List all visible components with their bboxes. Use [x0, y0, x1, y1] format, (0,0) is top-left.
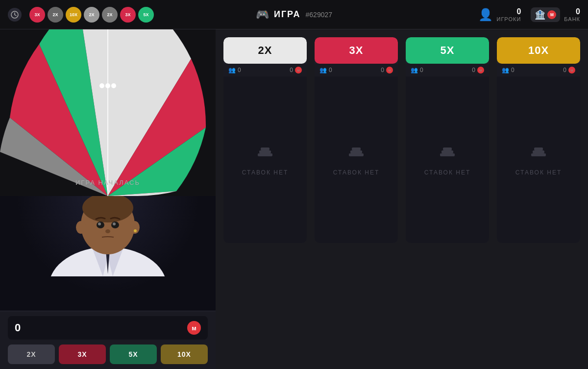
history-item: 3X: [29, 7, 45, 23]
amount-10x: 0 м: [563, 67, 575, 74]
bet-section: 0 м 2X 3X 5X 10X: [0, 311, 216, 369]
players-2x: 👥 0: [228, 67, 241, 74]
game-id: #629027: [306, 11, 333, 19]
players-3x: 👥 0: [319, 67, 332, 74]
players-info: 0 ИГРОКИ: [497, 7, 521, 22]
header-left: 3X 2X 10X 2X 2X 3X 5X: [8, 7, 158, 23]
svg-rect-23: [258, 153, 272, 156]
clock-icon[interactable]: [8, 8, 22, 22]
svg-point-7: [111, 83, 116, 88]
players-5x: 👥 0: [411, 67, 423, 74]
multiplier-card-2x: 2X 👥 0 0 м СТАВ: [223, 37, 307, 243]
no-bets-label-10x: СТАВОК НЕТ: [515, 169, 562, 176]
mult-body-3x: СТАВОК НЕТ: [315, 76, 398, 243]
bet-10x-button[interactable]: 10X: [161, 344, 208, 364]
history-item: 3X: [120, 7, 136, 23]
bank-icon: 🏦 м: [531, 7, 560, 22]
bank-label: БАНК: [564, 16, 580, 22]
mult-body-10x: СТАВОК НЕТ: [497, 76, 580, 243]
history-item: 2X: [48, 7, 63, 23]
history-item: 2X: [102, 7, 118, 23]
header: 3X 2X 10X 2X 2X 3X 5X 🎮 ИГРА #629027 👤 0…: [0, 0, 588, 29]
bet-5x-button[interactable]: 5X: [110, 344, 157, 364]
bank-info: 0 БАНК: [564, 7, 580, 22]
bet-input-row[interactable]: 0 м: [8, 316, 208, 340]
amount-count-2x: 0: [290, 67, 293, 74]
players-count-3x: 0: [329, 67, 332, 74]
multiplier-header-3x[interactable]: 3X: [315, 37, 398, 64]
history-item: 2X: [84, 7, 99, 23]
svg-rect-24: [259, 150, 271, 153]
players-count: 0: [516, 7, 521, 16]
game-started-label: ИГРА НАЧАЛАСЬ: [75, 179, 140, 186]
mult-body-2x: СТАВОК НЕТ: [223, 76, 307, 243]
amount-3x: 0 м: [381, 67, 393, 74]
svg-point-16: [105, 229, 110, 233]
players-label: ИГРОКИ: [497, 16, 521, 22]
svg-rect-27: [350, 150, 362, 153]
person-icon: 👤: [478, 8, 493, 22]
amount-5x: 0 м: [472, 67, 484, 74]
m-icon-5x: м: [477, 67, 484, 74]
svg-rect-34: [534, 148, 543, 150]
mult-body-5x: СТАВОК НЕТ: [406, 76, 489, 243]
no-bets-label-5x: СТАВОК НЕТ: [424, 169, 470, 176]
m-icon-2x: м: [295, 67, 302, 74]
game-title: ИГРА: [274, 9, 301, 20]
bet-3x-button[interactable]: 3X: [59, 344, 106, 364]
svg-rect-26: [349, 153, 364, 156]
mult-stats-2x: 👥 0 0 м: [223, 64, 307, 76]
players-stat: 👤 0 ИГРОКИ: [478, 7, 521, 22]
svg-rect-25: [261, 148, 270, 150]
players-10x: 👥 0: [502, 67, 514, 74]
person-icon-5x: 👥: [411, 67, 418, 74]
wheel-svg: [0, 29, 216, 196]
multiplier-header-10x[interactable]: 10X: [497, 37, 580, 64]
dealer-area: [0, 196, 216, 311]
header-right: 👤 0 ИГРОКИ 🏦 м 0 БАНК: [478, 7, 581, 22]
mult-stats-3x: 👥 0 0 м: [315, 64, 398, 76]
bank-stat: 🏦 м 0 БАНК: [531, 7, 580, 22]
svg-point-5: [99, 83, 104, 88]
history-item: 5X: [138, 7, 154, 23]
empty-stack-icon-3x: [346, 144, 366, 163]
svg-rect-28: [352, 148, 361, 150]
main-content: ИГРА НАЧАЛАСЬ: [0, 29, 588, 369]
history-item: 10X: [66, 7, 81, 23]
m-icon-10x: м: [568, 67, 575, 74]
empty-stack-icon-10x: [529, 144, 548, 163]
bet-2x-button[interactable]: 2X: [8, 344, 55, 364]
left-panel: ИГРА НАЧАЛАСЬ: [0, 29, 216, 369]
bet-value: 0: [15, 321, 187, 334]
svg-point-17: [76, 221, 86, 234]
empty-stack-icon-5x: [438, 144, 457, 163]
players-count-5x: 0: [420, 67, 423, 74]
empty-stack-icon-2x: [255, 144, 275, 163]
bet-buttons: 2X 3X 5X 10X: [8, 344, 208, 364]
mult-stats-10x: 👥 0 0 м: [497, 64, 580, 76]
multiplier-card-5x: 5X 👥 0 0 м СТАВ: [406, 37, 489, 243]
multiplier-header-5x[interactable]: 5X: [406, 37, 489, 64]
right-panel: 2X 👥 0 0 м СТАВ: [216, 29, 588, 369]
svg-point-19: [134, 229, 137, 232]
svg-point-14: [98, 222, 101, 225]
dealer-character: [0, 196, 216, 276]
m-icon-3x: м: [386, 67, 393, 74]
bet-currency-icon: м: [187, 321, 201, 335]
svg-point-6: [105, 83, 110, 88]
svg-rect-31: [443, 148, 452, 150]
svg-point-15: [113, 222, 116, 225]
no-bets-label-3x: СТАВОК НЕТ: [333, 169, 379, 176]
no-bets-label-2x: СТАВОК НЕТ: [242, 169, 288, 176]
multiplier-card-10x: 10X 👥 0 0 м СТА: [497, 37, 580, 243]
players-count-10x: 0: [511, 67, 514, 74]
person-icon-3x: 👥: [319, 67, 327, 74]
svg-rect-29: [440, 153, 455, 156]
wheel-area: ИГРА НАЧАЛАСЬ: [0, 29, 216, 196]
amount-count-3x: 0: [381, 67, 384, 74]
amount-2x: 0 м: [290, 67, 302, 74]
multiplier-header-2x[interactable]: 2X: [223, 37, 307, 64]
amount-count-5x: 0: [472, 67, 475, 74]
history-bar: 3X 2X 10X 2X 2X 3X 5X: [25, 7, 158, 23]
gamepad-icon: 🎮: [256, 8, 269, 21]
